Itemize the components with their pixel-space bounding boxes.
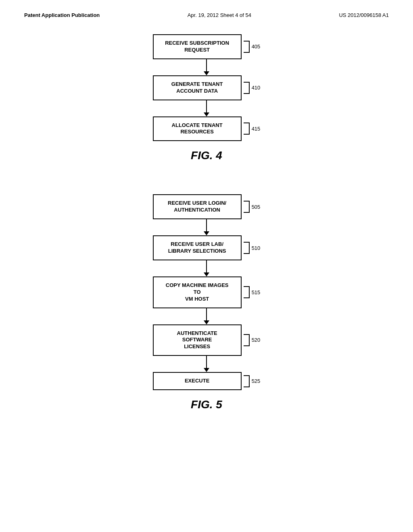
node-505-wrapper: RECEIVE USER LOGIN/AUTHENTICATION 505 [153,194,261,219]
bracket-line-515 [244,286,250,298]
figure-5-section: RECEIVE USER LOGIN/AUTHENTICATION 505 RE… [24,194,389,411]
page: Patent Application Publication Apr. 19, … [0,0,413,532]
bracket-405: 405 [244,41,261,53]
arrow-line-4 [206,260,207,272]
label-415: 415 [252,126,261,132]
flowchart-fig4: RECEIVE SUBSCRIPTIONREQUEST 405 GENERATE… [153,34,261,141]
bracket-415: 415 [244,123,261,135]
box-525: EXECUTE [153,372,242,390]
node-515-wrapper: COPY MACHINE IMAGES TOVM HOST 515 [153,276,261,308]
header-date-sheet: Apr. 19, 2012 Sheet 4 of 54 [188,12,251,18]
bracket-line-415 [244,123,250,135]
arrow-head-2 [204,112,209,116]
bracket-510: 510 [244,242,261,254]
node-525-wrapper: EXECUTE 525 [153,372,261,390]
bracket-line-505 [244,201,250,213]
flowchart-fig5: RECEIVE USER LOGIN/AUTHENTICATION 505 RE… [153,194,261,390]
box-410: GENERATE TENANTACCOUNT DATA [153,75,242,100]
bracket-525: 525 [244,375,261,387]
bracket-line-405 [244,41,250,53]
divider [24,182,389,194]
box-505: RECEIVE USER LOGIN/AUTHENTICATION [153,194,242,219]
arrow-head-6 [204,368,209,372]
arrow-405-410 [204,59,209,75]
figure-4-label: FIG. 4 [191,149,222,162]
arrow-line-6 [206,356,207,368]
bracket-line-520 [244,334,250,346]
box-405: RECEIVE SUBSCRIPTIONREQUEST [153,34,242,59]
box-520: AUTHENTICATE SOFTWARELICENSES [153,324,242,356]
page-header: Patent Application Publication Apr. 19, … [24,12,389,18]
arrow-head-5 [204,320,209,324]
bracket-line-410 [244,82,250,94]
label-525: 525 [252,378,261,384]
node-410-wrapper: GENERATE TENANTACCOUNT DATA 410 [153,75,261,100]
box-510: RECEIVE USER LAB/LIBRARY SELECTIONS [153,235,242,260]
arrow-head-1 [204,71,209,75]
label-520: 520 [252,337,261,343]
figure-4-section: RECEIVE SUBSCRIPTIONREQUEST 405 GENERATE… [24,34,389,162]
arrow-505-510 [204,219,209,235]
label-510: 510 [252,245,261,251]
arrow-520-525 [204,356,209,372]
label-405: 405 [252,44,261,50]
figure-5-label: FIG. 5 [191,398,222,411]
label-410: 410 [252,85,261,91]
bracket-line-525 [244,375,250,387]
box-415: ALLOCATE TENANTRESOURCES [153,116,242,141]
header-patent-number: US 2012/0096158 A1 [339,12,389,18]
node-510-wrapper: RECEIVE USER LAB/LIBRARY SELECTIONS 510 [153,235,261,260]
box-515: COPY MACHINE IMAGES TOVM HOST [153,276,242,308]
arrow-515-520 [204,308,209,324]
node-520-wrapper: AUTHENTICATE SOFTWARELICENSES 520 [153,324,261,356]
header-publication: Patent Application Publication [24,12,100,18]
arrow-line-2 [206,100,207,112]
arrow-410-415 [204,100,209,116]
arrow-head-3 [204,231,209,235]
bracket-515: 515 [244,286,261,298]
label-505: 505 [252,204,261,210]
node-415-wrapper: ALLOCATE TENANTRESOURCES 415 [153,116,261,141]
arrow-line-3 [206,219,207,231]
bracket-520: 520 [244,334,261,346]
arrow-head-4 [204,272,209,276]
arrow-line-1 [206,59,207,71]
label-515: 515 [252,289,261,295]
node-405-wrapper: RECEIVE SUBSCRIPTIONREQUEST 405 [153,34,261,59]
arrow-510-515 [204,260,209,276]
bracket-410: 410 [244,82,261,94]
bracket-line-510 [244,242,250,254]
bracket-505: 505 [244,201,261,213]
arrow-line-5 [206,308,207,320]
